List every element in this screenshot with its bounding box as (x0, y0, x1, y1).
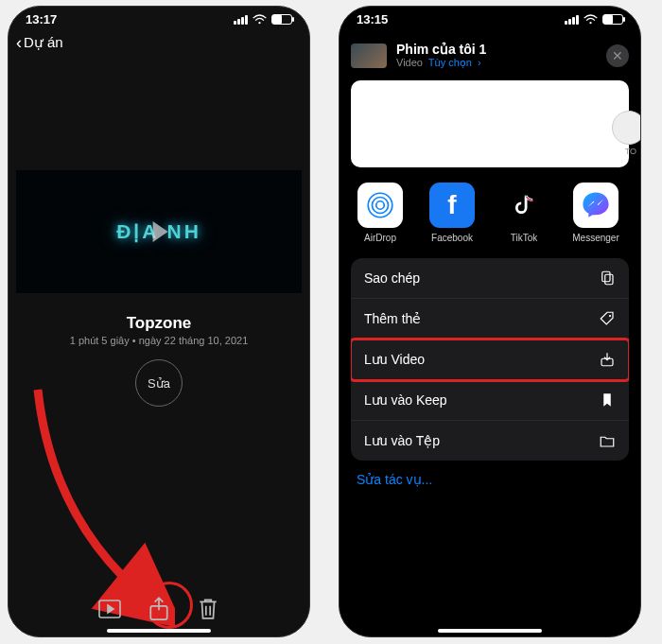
status-time: 13:17 (26, 12, 57, 26)
edit-label: Sửa (148, 376, 170, 391)
facebook-icon: f (429, 183, 475, 228)
project-subtitle: 1 phút 5 giây • ngày 22 tháng 10, 2021 (9, 335, 309, 346)
annotation-arrow (14, 380, 175, 626)
action-save-file[interactable]: Lưu vào Tệp (351, 421, 629, 461)
wifi-icon (253, 14, 267, 26)
tiktok-icon (501, 183, 547, 228)
trash-button[interactable] (197, 599, 219, 619)
share-sheet-header: Phim của tôi 1 Video Tùy chọn › ✕ (340, 32, 640, 75)
contact-avatar[interactable] (612, 111, 641, 145)
action-label: Lưu vào Keep (364, 392, 447, 408)
bookmark-icon (599, 392, 616, 409)
battery-icon (602, 14, 623, 25)
app-airdrop[interactable]: AirDrop (353, 183, 408, 243)
messenger-icon (573, 183, 618, 228)
app-tiktok[interactable]: TikTok (496, 183, 551, 243)
app-label: Facebook (431, 233, 473, 243)
svg-point-5 (373, 198, 389, 214)
action-label: Lưu Video (364, 352, 425, 367)
share-button[interactable] (148, 599, 170, 619)
edit-button[interactable]: Sửa (135, 359, 183, 407)
status-bar: 13:17 (9, 7, 309, 28)
svg-rect-7 (602, 271, 610, 282)
project-title: Topzone (9, 314, 309, 333)
action-label: Thêm thẻ (364, 311, 421, 326)
app-facebook[interactable]: f Facebook (425, 183, 479, 243)
options-link[interactable]: Tùy chọn (428, 57, 472, 68)
close-icon: ✕ (612, 48, 623, 63)
status-bar: 13:15 (340, 7, 640, 28)
svg-point-4 (376, 201, 385, 210)
save-video-icon (599, 351, 616, 368)
status-icons (565, 14, 623, 26)
action-save-keep[interactable]: Lưu vào Keep (351, 380, 629, 421)
back-button[interactable]: ‹ Dự án (9, 28, 309, 57)
battery-icon (271, 14, 292, 25)
svg-point-9 (609, 315, 611, 317)
app-label: TikTok (511, 233, 538, 243)
action-label: Lưu vào Tệp (364, 433, 440, 448)
home-indicator (438, 629, 542, 633)
action-save-video[interactable]: Lưu Video (351, 339, 629, 380)
svg-rect-8 (605, 274, 613, 285)
play-icon (153, 221, 168, 242)
sheet-subtitle[interactable]: Video Tùy chọn › (396, 57, 597, 69)
edit-actions-link[interactable]: Sửa tác vụ... (340, 461, 640, 498)
folder-icon (599, 432, 616, 449)
wifi-icon (584, 14, 598, 26)
copy-icon (599, 270, 616, 287)
action-copy[interactable]: Sao chép (351, 258, 629, 299)
app-label: AirDrop (364, 233, 396, 243)
home-indicator (107, 629, 211, 633)
phone-left: 13:17 ‹ Dự án ĐỊA NH Topzone 1 phút 5 gi… (8, 6, 310, 637)
actions-list: Sao chép Thêm thẻ Lưu Video Lưu vào Keep… (351, 258, 629, 461)
svg-point-0 (258, 22, 260, 24)
phone-right: 13:15 Phim của tôi 1 Video Tùy chọn › ✕ (339, 6, 641, 637)
play-rect-button[interactable] (98, 599, 121, 619)
sheet-title: Phim của tôi 1 (396, 42, 597, 57)
action-label: Sao chép (364, 270, 420, 286)
chevron-left-icon: ‹ (16, 34, 22, 51)
svg-point-3 (589, 22, 591, 24)
signal-icon (234, 15, 248, 25)
preview-card (351, 80, 629, 167)
status-icons (234, 14, 292, 26)
video-preview[interactable]: ĐỊA NH (16, 170, 302, 293)
close-button[interactable]: ✕ (606, 44, 629, 67)
app-messenger[interactable]: Messenger (568, 183, 623, 243)
signal-icon (565, 15, 579, 25)
status-time: 13:15 (357, 12, 388, 26)
tag-icon (599, 310, 616, 327)
share-apps-row: AirDrop f Facebook TikTok Messenger (340, 167, 640, 251)
action-add-tag[interactable]: Thêm thẻ (351, 299, 629, 339)
contact-name: TO (625, 147, 636, 156)
video-thumbnail (351, 44, 387, 68)
bottom-toolbar (9, 599, 309, 619)
app-label: Messenger (572, 233, 618, 243)
airdrop-icon (357, 183, 403, 228)
back-label: Dự án (24, 34, 63, 51)
